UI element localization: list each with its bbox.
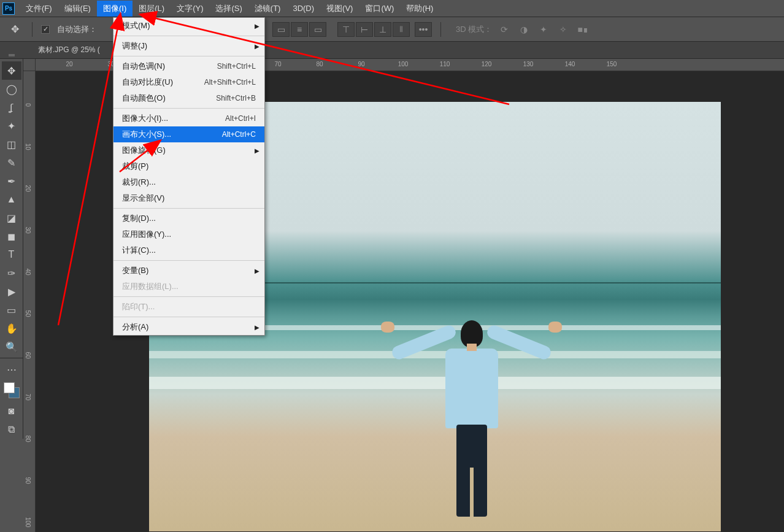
3d-roll-icon[interactable]: ◑	[517, 22, 531, 37]
lasso-tool[interactable]: ʆ	[2, 98, 21, 117]
menu-item-reveal-all[interactable]: 显示全部(V)	[113, 190, 264, 206]
menu-layer[interactable]: 图层(L)	[133, 1, 171, 17]
menu-type[interactable]: 文字(Y)	[171, 1, 209, 17]
menu-help[interactable]: 帮助(H)	[400, 1, 439, 17]
move-tool-icon[interactable]: ✥	[6, 21, 23, 38]
menu-image[interactable]: 图像(I)	[97, 1, 133, 17]
path-selection-tool[interactable]: ▶	[2, 282, 21, 301]
menu-item-calculations[interactable]: 计算(C)...	[113, 242, 264, 258]
menu-item-auto-color[interactable]: 自动颜色(O)Shift+Ctrl+B	[113, 90, 264, 106]
menu-item-adjustments[interactable]: 调整(J)▶	[113, 38, 264, 54]
align-center-h-icon[interactable]: ≡	[291, 22, 308, 37]
image-menu-dropdown: 模式(M)▶ 调整(J)▶ 自动色调(N)Shift+Ctrl+L 自动对比度(…	[113, 17, 265, 336]
rectangle-tool[interactable]: ▭	[2, 301, 21, 319]
quick-mask-icon[interactable]: ◙	[2, 402, 21, 420]
align-top-icon[interactable]: ⊤	[337, 22, 355, 37]
menu-item-apply-image[interactable]: 应用图像(Y)...	[113, 226, 264, 242]
menubar: Ps 文件(F) 编辑(E) 图像(I) 图层(L) 文字(Y) 选择(S) 滤…	[0, 0, 784, 17]
color-swatch[interactable]	[4, 382, 20, 398]
3d-pan-icon[interactable]: ✦	[536, 22, 551, 37]
edit-toolbar-icon[interactable]: ⋯	[2, 360, 21, 379]
menu-edit[interactable]: 编辑(E)	[58, 1, 97, 17]
distribute-icon[interactable]: ⫴	[393, 22, 410, 37]
pen-tool[interactable]: ✑	[2, 264, 21, 282]
menu-item-variables[interactable]: 变量(B)▶	[113, 263, 264, 279]
menu-item-canvas-size[interactable]: 画布大小(S)...Alt+Ctrl+C	[113, 126, 264, 142]
toolbox: ✥ ◯ ʆ ✦ ◫ ✎ ✒ ▲ ◪ ◼ T ✑ ▶ ▭ ✋ 🔍 ⋯ ◙ ⧉	[0, 59, 23, 439]
eraser-tool[interactable]: ◪	[2, 209, 21, 227]
image-subject-person	[378, 308, 562, 523]
menu-file[interactable]: 文件(F)	[20, 1, 58, 17]
3d-mode-label: 3D 模式：	[456, 24, 492, 35]
menu-item-image-size[interactable]: 图像大小(I)...Alt+Ctrl+I	[113, 110, 264, 126]
more-options-icon[interactable]: •••	[415, 22, 432, 37]
brush-tool[interactable]: ✒	[2, 172, 21, 190]
menu-item-image-rotation[interactable]: 图像旋转(G)▶	[113, 142, 264, 158]
move-tool[interactable]: ✥	[2, 61, 21, 80]
3d-camera-icon[interactable]: ■∎	[575, 22, 590, 37]
ruler-vertical[interactable]: 0102030405060708090100	[23, 71, 36, 532]
menu-window[interactable]: 窗口(W)	[359, 1, 400, 17]
align-group: ▭ ≡ ▭	[272, 22, 326, 37]
3d-slide-icon[interactable]: ✧	[556, 22, 571, 37]
menu-filter[interactable]: 滤镜(T)	[248, 1, 287, 17]
ruler-origin[interactable]	[23, 59, 36, 71]
gradient-tool[interactable]: ◼	[2, 227, 21, 245]
menu-view[interactable]: 视图(V)	[320, 1, 359, 17]
menu-item-mode[interactable]: 模式(M)▶	[113, 18, 264, 34]
menu-item-auto-tone[interactable]: 自动色调(N)Shift+Ctrl+L	[113, 58, 264, 74]
auto-select-checkbox[interactable]: ✓	[41, 25, 50, 34]
auto-select-label: 自动选择：	[57, 24, 97, 35]
type-tool[interactable]: T	[2, 245, 21, 264]
eyedropper-tool[interactable]: ✎	[2, 153, 21, 172]
align-middle-icon[interactable]: ⊢	[356, 22, 373, 37]
menu-3d[interactable]: 3D(D)	[286, 1, 320, 15]
hand-tool[interactable]: ✋	[2, 319, 21, 337]
magic-wand-tool[interactable]: ✦	[2, 117, 21, 135]
align-right-icon[interactable]: ▭	[309, 22, 326, 37]
menu-item-duplicate[interactable]: 复制(D)...	[113, 210, 264, 226]
clone-stamp-tool[interactable]: ▲	[2, 190, 21, 209]
zoom-tool[interactable]: 🔍	[2, 337, 21, 356]
menu-item-trap: 陷印(T)...	[113, 299, 264, 315]
menu-item-trim[interactable]: 裁切(R)...	[113, 174, 264, 190]
align-left-icon[interactable]: ▭	[272, 22, 290, 37]
menu-select[interactable]: 选择(S)	[209, 1, 248, 17]
menu-item-crop[interactable]: 裁剪(P)	[113, 158, 264, 174]
document-tab[interactable]: 素材.JPG @ 25% (	[31, 42, 107, 58]
foreground-color[interactable]	[4, 382, 15, 393]
align-bottom-icon[interactable]: ⊥	[374, 22, 391, 37]
menu-item-auto-contrast[interactable]: 自动对比度(U)Alt+Shift+Ctrl+L	[113, 74, 264, 90]
crop-tool[interactable]: ◫	[2, 135, 21, 153]
3d-orbit-icon[interactable]: ⟳	[497, 22, 512, 37]
screen-mode-icon[interactable]: ⧉	[2, 420, 21, 439]
photoshop-icon: Ps	[2, 2, 15, 15]
menu-item-apply-data-set: 应用数据组(L)...	[113, 279, 264, 295]
marquee-tool[interactable]: ◯	[2, 80, 21, 98]
menu-item-analysis[interactable]: 分析(A)▶	[113, 319, 264, 335]
